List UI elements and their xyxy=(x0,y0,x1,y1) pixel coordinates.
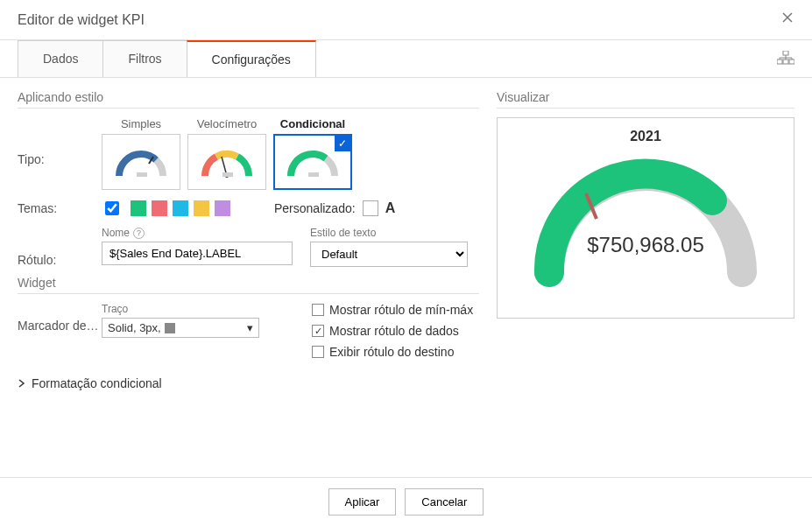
type-name-speedo: Velocímetro xyxy=(197,117,258,130)
textstyle-select[interactable]: Default xyxy=(310,242,468,267)
check-icon: ✓ xyxy=(335,136,350,151)
apply-button[interactable]: Aplicar xyxy=(328,488,397,515)
type-card-conditional[interactable]: ✓ xyxy=(273,134,352,190)
name-field-label: Nome xyxy=(102,227,130,239)
stroke-value: Solid, 3px, xyxy=(108,321,161,334)
text-style-icon[interactable]: A xyxy=(385,200,396,216)
swatch-red[interactable] xyxy=(152,200,167,216)
help-icon[interactable]: ? xyxy=(133,228,145,239)
checkbox-icon xyxy=(312,304,324,316)
checkbox-checked-icon xyxy=(312,325,324,337)
conditional-formatting-label: Formatação condicional xyxy=(32,376,162,390)
theme-enable-checkbox[interactable] xyxy=(105,201,119,215)
stroke-field-label: Traço xyxy=(102,303,259,315)
preview-section-title: Visualizar xyxy=(497,90,794,109)
swatch-yellow[interactable] xyxy=(194,200,209,216)
svg-rect-3 xyxy=(789,60,794,64)
type-name-simple: Simples xyxy=(121,117,161,130)
type-card-speedo[interactable] xyxy=(187,134,266,190)
chevron-down-icon: ▾ xyxy=(247,321,253,334)
conditional-formatting-expand[interactable]: Formatação condicional xyxy=(18,376,479,390)
preview-year: 2021 xyxy=(630,129,661,144)
svg-rect-2 xyxy=(783,60,788,64)
styling-section-title: Aplicando estilo xyxy=(18,90,479,109)
hierarchy-icon[interactable] xyxy=(777,51,794,67)
swatch-purple[interactable] xyxy=(215,200,230,216)
type-label: Tipo: xyxy=(18,117,102,166)
svg-rect-0 xyxy=(783,51,788,55)
tab-settings[interactable]: Configurações xyxy=(187,40,316,77)
stroke-preview-icon xyxy=(165,323,175,333)
chevron-right-icon xyxy=(18,376,26,390)
show-minmax-label: Mostrar rótulo de mín-máx xyxy=(329,303,473,317)
tab-data[interactable]: Dados xyxy=(18,40,103,77)
close-icon[interactable] xyxy=(780,11,794,29)
svg-rect-1 xyxy=(777,60,782,64)
stroke-select[interactable]: Solid, 3px, ▾ xyxy=(102,318,259,338)
type-card-simple[interactable] xyxy=(102,134,180,190)
tab-filters[interactable]: Filtros xyxy=(102,40,187,77)
marker-label: Marcador de d... xyxy=(18,303,102,333)
page-title: Editor de widget KPI xyxy=(18,12,145,28)
show-target-label: Exibir rótulo do destino xyxy=(329,345,454,359)
svg-rect-9 xyxy=(308,172,319,177)
show-datalabel-label: Mostrar rótulo de dados xyxy=(329,324,459,338)
textstyle-field-label: Estilo de texto xyxy=(310,227,468,239)
preview-panel: 2021 $750,968.05 xyxy=(497,117,794,319)
show-minmax-checkbox[interactable]: Mostrar rótulo de mín-máx xyxy=(312,303,473,317)
show-datalabel-checkbox[interactable]: Mostrar rótulo de dados xyxy=(312,324,473,338)
type-name-conditional: Condicional xyxy=(280,117,345,130)
themes-label: Temas: xyxy=(18,201,102,215)
preview-value: $750,968.05 xyxy=(523,233,768,257)
checkbox-icon xyxy=(312,346,324,358)
custom-label: Personalizado: xyxy=(274,201,356,215)
swatch-green[interactable] xyxy=(131,200,146,216)
svg-rect-5 xyxy=(137,172,147,177)
name-input[interactable] xyxy=(102,242,293,265)
cancel-button[interactable]: Cancelar xyxy=(405,488,484,515)
show-target-checkbox[interactable]: Exibir rótulo do destino xyxy=(312,345,473,359)
custom-color-box[interactable] xyxy=(363,200,378,216)
widget-section-title: Widget xyxy=(18,276,479,294)
svg-rect-8 xyxy=(222,172,233,177)
rotulo-label: Rótulo: xyxy=(18,253,102,267)
swatch-blue[interactable] xyxy=(173,200,188,216)
